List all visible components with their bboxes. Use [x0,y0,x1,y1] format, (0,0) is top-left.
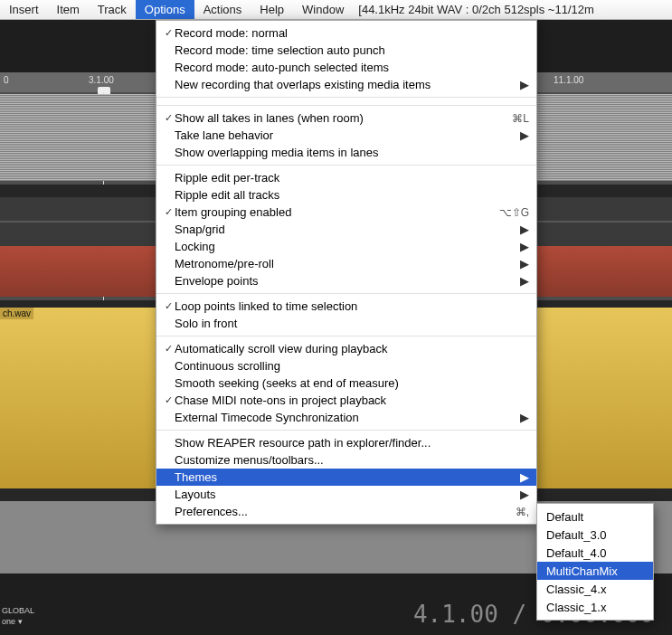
submenu-arrow-icon: ▶ [520,257,529,270]
shortcut-label: ⌘L [512,112,529,125]
ruler-mark-3: 3.1.00 [89,75,114,85]
menu-window[interactable]: Window [293,0,353,19]
menu-track[interactable]: Track [89,0,136,19]
menu-g4-5[interactable]: Metronome/pre-roll▶ [156,255,536,272]
menu-label: Locking [175,240,520,253]
shortcut-label: ⌘, [516,506,529,518]
menu-label: Show REAPER resource path in explorer/fi… [175,436,529,450]
theme-label: Default_4.0 [546,546,607,560]
check-icon: ✓ [162,300,175,312]
menu-label: Record mode: time selection auto punch [175,43,529,57]
menu-g6-4[interactable]: External Timecode Synchronization▶ [156,409,536,426]
ruler-mark-11: 11.1.00 [554,75,583,85]
menu-label: Record mode: normal [175,26,529,40]
theme-label: Classic_4.x [546,583,606,596]
menu-label: Metronome/pre-roll [175,257,520,270]
menu-label: Take lane behavior [175,128,520,142]
submenu-arrow-icon: ▶ [520,128,529,142]
mixer-global-label: GLOBAL [2,606,34,615]
menu-label: Show overlapping media items in lanes [175,146,529,159]
menu-actions[interactable]: Actions [194,0,251,19]
menu-label: Continuous scrolling [175,359,529,373]
menu-label: Item grouping enabled [175,205,499,219]
menu-g4-4[interactable]: Locking▶ [156,238,536,255]
menu-g1-3[interactable]: New recording that overlaps existing med… [156,76,536,93]
submenu-arrow-icon: ▶ [520,223,529,236]
submenu-arrow-icon: ▶ [520,470,529,484]
clip-filename: ch.wav [0,308,33,319]
menu-status: [44.1kHz 24bit WAV : 0/2ch 512spls ~11/1… [353,0,600,19]
mixer-none-dropdown[interactable]: one ▾ [2,617,23,626]
menu-g7-3[interactable]: Layouts▶ [156,486,536,503]
menu-label: Layouts [175,488,520,501]
menu-g6-2[interactable]: Smooth seeking (seeks at end of measure) [156,374,536,392]
menu-g4-1[interactable]: Ripple edit all tracks [156,186,536,204]
menu-label: Ripple edit all tracks [175,188,529,202]
menu-g3-2[interactable]: Show overlapping media items in lanes [156,144,536,161]
shortcut-label: ⌥⇧G [499,206,529,219]
menu-label: New recording that overlaps existing med… [175,78,520,91]
theme-item-classic_1.x[interactable]: Classic_1.x [537,598,653,616]
menu-g4-6[interactable]: Envelope points▶ [156,272,536,289]
menu-item[interactable]: Item [48,0,89,19]
menu-g3-1[interactable]: Take lane behavior▶ [156,127,536,144]
menu-g4-3[interactable]: Snap/grid▶ [156,221,536,238]
menu-options[interactable]: Options [136,0,194,19]
theme-item-default_4.0[interactable]: Default_4.0 [537,544,653,562]
submenu-arrow-icon: ▶ [520,240,529,253]
menu-label: Automatically scroll view during playbac… [175,342,529,355]
menu-label: Solo in front [175,317,529,330]
menu-label: Smooth seeking (seeks at end of measure) [175,376,529,390]
check-icon: ✓ [162,343,175,355]
check-icon: ✓ [162,27,175,39]
menu-g6-0[interactable]: ✓Automatically scroll view during playba… [156,340,536,357]
menu-label: Loop points linked to time selection [175,299,529,313]
menu-g1-2[interactable]: Record mode: auto-punch selected items [156,59,536,76]
menubar: Insert Item Track Options Actions Help W… [0,0,672,20]
menu-label: Snap/grid [175,223,520,236]
menu-label: Chase MIDI note-ons in project playback [175,393,529,407]
menu-label: Show all takes in lanes (when room) [175,111,512,125]
menu-g7-1[interactable]: Customize menus/toolbars... [156,451,536,469]
menu-g6-3[interactable]: ✓Chase MIDI note-ons in project playback [156,392,536,409]
menu-label: Record mode: auto-punch selected items [175,61,529,74]
menu-g7-0[interactable]: Show REAPER resource path in explorer/fi… [156,434,536,451]
menu-g6-1[interactable]: Continuous scrolling [156,357,536,374]
menu-g1-1[interactable]: Record mode: time selection auto punch [156,42,536,59]
menu-label: Customize menus/toolbars... [175,453,529,467]
options-dropdown: ✓Record mode: normalRecord mode: time se… [156,20,537,525]
check-icon: ✓ [162,206,175,218]
ruler-mark-0: 0 [4,75,9,85]
submenu-arrow-icon: ▶ [520,488,529,501]
menu-g3-0[interactable]: ✓Show all takes in lanes (when room)⌘L [156,109,536,127]
check-icon: ✓ [162,394,175,406]
theme-item-classic_4.x[interactable]: Classic_4.x [537,580,653,598]
themes-submenu: DefaultDefault_3.0Default_4.0MultiChanMi… [536,503,654,621]
menu-g5-1[interactable]: Solo in front [156,315,536,332]
menu-g7-4[interactable]: Preferences...⌘, [156,503,536,520]
menu-label: External Timecode Synchronization [175,411,520,424]
menu-g4-0[interactable]: Ripple edit per-track [156,169,536,186]
menu-g4-2[interactable]: ✓Item grouping enabled⌥⇧G [156,204,536,221]
submenu-arrow-icon: ▶ [520,411,529,424]
theme-item-multichanmix[interactable]: MultiChanMix [537,562,653,580]
submenu-arrow-icon: ▶ [520,78,529,91]
menu-label: Themes [175,470,520,484]
theme-item-default[interactable]: Default [537,507,653,526]
menu-g5-0[interactable]: ✓Loop points linked to time selection [156,298,536,315]
menu-label: Preferences... [175,505,516,518]
menu-label: Ripple edit per-track [175,171,529,185]
theme-label: Default_3.0 [546,528,607,542]
menu-label: Envelope points [175,274,520,288]
menu-g1-0[interactable]: ✓Record mode: normal [156,24,536,42]
submenu-arrow-icon: ▶ [520,274,529,288]
menu-help[interactable]: Help [251,0,293,19]
theme-label: Default [546,510,583,524]
check-icon: ✓ [162,112,175,124]
theme-item-default_3.0[interactable]: Default_3.0 [537,526,653,544]
menu-insert[interactable]: Insert [0,0,48,19]
theme-label: Classic_1.x [546,601,606,614]
theme-label: MultiChanMix [546,564,618,578]
menu-g7-2[interactable]: Themes▶ [156,469,536,486]
